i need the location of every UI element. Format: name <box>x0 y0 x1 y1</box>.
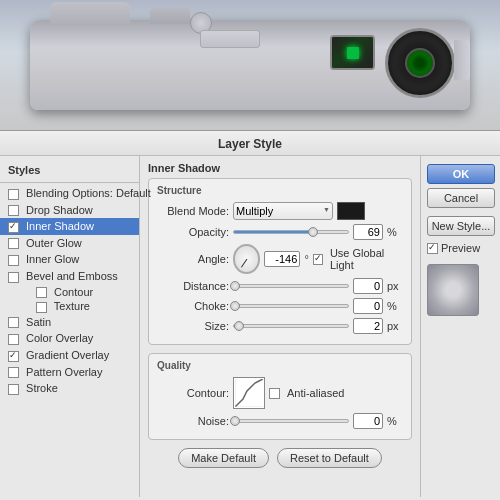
size-slider-thumb <box>234 321 244 331</box>
blend-mode-select[interactable]: Multiply <box>233 202 333 220</box>
dialog-title: Layer Style <box>0 131 500 156</box>
angle-needle <box>241 259 247 268</box>
anti-alias-label: Anti-aliased <box>287 387 344 399</box>
size-slider[interactable] <box>233 324 349 328</box>
contour-checkbox[interactable] <box>36 287 47 298</box>
angle-dial[interactable] <box>233 244 260 274</box>
style-item-bevel-emboss[interactable]: Bevel and Emboss <box>0 268 139 285</box>
style-item-blending-options[interactable]: Blending Options: Default <box>0 185 139 202</box>
style-item-inner-shadow[interactable]: Inner Shadow <box>0 218 139 235</box>
layer-thumbnail-preview <box>427 264 479 316</box>
drop-shadow-label: Drop Shadow <box>26 204 93 216</box>
main-panel: Inner Shadow Structure Blend Mode: Multi… <box>140 156 420 497</box>
style-item-inner-glow[interactable]: Inner Glow <box>0 251 139 268</box>
satin-label: Satin <box>26 316 51 328</box>
size-label: Size: <box>157 320 229 332</box>
blend-mode-label: Blend Mode: <box>157 205 229 217</box>
style-item-outer-glow[interactable]: Outer Glow <box>0 235 139 252</box>
drop-shadow-checkbox[interactable] <box>8 205 19 216</box>
pattern-overlay-label: Pattern Overlay <box>26 366 102 378</box>
distance-slider[interactable] <box>233 284 349 288</box>
opacity-slider[interactable] <box>233 230 349 234</box>
contour-label: Contour <box>54 286 93 298</box>
distance-unit: px <box>387 280 403 292</box>
size-input[interactable] <box>353 318 383 334</box>
choke-input[interactable] <box>353 298 383 314</box>
inner-shadow-label: Inner Shadow <box>26 220 94 232</box>
distance-input[interactable] <box>353 278 383 294</box>
contour-svg <box>235 379 263 407</box>
satin-checkbox[interactable] <box>8 317 19 328</box>
preview-label: Preview <box>441 242 480 254</box>
style-item-contour[interactable]: Contour <box>0 285 139 300</box>
choke-slider-thumb <box>230 301 240 311</box>
noise-input[interactable] <box>353 413 383 429</box>
blending-options-label: Blending Options: Default <box>26 187 151 199</box>
layer-style-dialog: Layer Style Styles Blending Options: Def… <box>0 130 500 500</box>
outer-glow-checkbox[interactable] <box>8 238 19 249</box>
inner-shadow-checkbox[interactable] <box>8 222 19 233</box>
camera-flash <box>200 30 260 48</box>
contour-row: Contour: Anti-aliased <box>157 377 403 409</box>
new-style-button[interactable]: New Style... <box>427 216 495 236</box>
style-item-texture[interactable]: Texture <box>0 299 139 314</box>
camera-top-bump2 <box>150 8 190 24</box>
bevel-emboss-checkbox[interactable] <box>8 272 19 283</box>
stroke-checkbox[interactable] <box>8 384 19 395</box>
inner-glow-checkbox[interactable] <box>8 255 19 266</box>
camera-preview <box>0 0 500 130</box>
right-panel: OK Cancel New Style... Preview <box>420 156 500 497</box>
gradient-overlay-checkbox[interactable] <box>8 351 19 362</box>
opacity-label: Opacity: <box>157 226 229 238</box>
blending-options-checkbox[interactable] <box>8 189 19 200</box>
camera-viewfinder <box>330 35 375 70</box>
choke-unit: % <box>387 300 403 312</box>
opacity-unit: % <box>387 226 403 238</box>
angle-label: Angle: <box>157 253 229 265</box>
pattern-overlay-checkbox[interactable] <box>8 367 19 378</box>
blend-mode-wrapper: Multiply <box>233 202 333 220</box>
noise-label: Noise: <box>157 415 229 427</box>
reset-to-default-button[interactable]: Reset to Default <box>277 448 382 468</box>
use-global-light-checkbox[interactable] <box>313 254 323 265</box>
contour-preview[interactable] <box>233 377 265 409</box>
color-overlay-checkbox[interactable] <box>8 334 19 345</box>
distance-slider-thumb <box>230 281 240 291</box>
choke-label: Choke: <box>157 300 229 312</box>
angle-input[interactable] <box>264 251 300 267</box>
make-default-button[interactable]: Make Default <box>178 448 269 468</box>
style-item-stroke[interactable]: Stroke <box>0 380 139 397</box>
color-overlay-label: Color Overlay <box>26 332 93 344</box>
gradient-overlay-label: Gradient Overlay <box>26 349 109 361</box>
styles-label: Styles <box>0 162 139 180</box>
angle-row: Angle: ° Use Global Light <box>157 244 403 274</box>
style-item-color-overlay[interactable]: Color Overlay <box>0 330 139 347</box>
inner-glow-label: Inner Glow <box>26 253 79 265</box>
anti-alias-checkbox[interactable] <box>269 388 280 399</box>
opacity-row: Opacity: % <box>157 224 403 240</box>
style-item-satin[interactable]: Satin <box>0 314 139 331</box>
cancel-button[interactable]: Cancel <box>427 188 495 208</box>
bevel-emboss-label: Bevel and Emboss <box>26 270 118 282</box>
choke-slider[interactable] <box>233 304 349 308</box>
color-swatch[interactable] <box>337 202 365 220</box>
style-item-pattern-overlay[interactable]: Pattern Overlay <box>0 364 139 381</box>
noise-slider-thumb <box>230 416 240 426</box>
bottom-buttons: Make Default Reset to Default <box>148 448 412 468</box>
ok-button[interactable]: OK <box>427 164 495 184</box>
style-item-drop-shadow[interactable]: Drop Shadow <box>0 202 139 219</box>
texture-label: Texture <box>54 300 90 312</box>
preview-checkbox[interactable] <box>427 243 438 254</box>
structure-box: Structure Blend Mode: Multiply Opacity: <box>148 178 412 345</box>
stroke-label: Stroke <box>26 382 58 394</box>
opacity-input[interactable] <box>353 224 383 240</box>
texture-checkbox[interactable] <box>36 302 47 313</box>
preview-checkbox-row: Preview <box>427 242 494 254</box>
distance-label: Distance: <box>157 280 229 292</box>
style-item-gradient-overlay[interactable]: Gradient Overlay <box>0 347 139 364</box>
camera-lens-inner <box>405 48 435 78</box>
camera-lens <box>385 28 455 98</box>
noise-slider[interactable] <box>233 419 349 423</box>
size-row: Size: px <box>157 318 403 334</box>
noise-unit: % <box>387 415 403 427</box>
